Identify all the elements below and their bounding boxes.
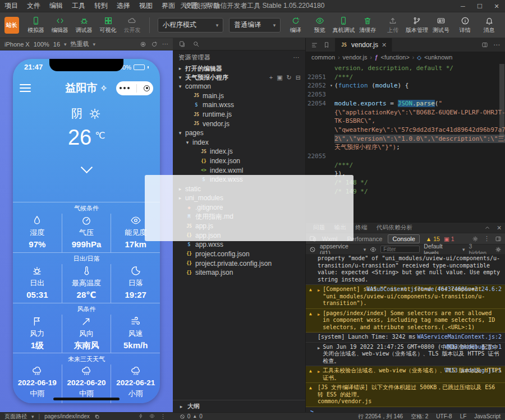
console-message-log[interactable]: ▶Sun Jun 19 2022 21:47:25 GMT+0800 (中国标准… — [306, 343, 505, 367]
home-indicator[interactable] — [53, 398, 120, 400]
tree-item[interactable]: JSruntime.js — [173, 110, 305, 119]
code-line[interactable]: 22054module.exports = JSON.parse(" — [306, 99, 505, 108]
maximize-button[interactable]: ☐ — [471, 0, 488, 12]
console-message-log[interactable]: property "mode" of "uni_modules/uview-ui… — [306, 254, 505, 285]
tree-item[interactable]: {}project.private.config.json — [173, 259, 305, 268]
tree-item[interactable]: Sapp.wxss — [173, 240, 305, 250]
warning-count-badge[interactable]: ▲15 — [426, 236, 440, 242]
menu-item[interactable]: 视图 — [135, 1, 157, 11]
expand-caret-icon[interactable]: ▶ — [318, 286, 320, 307]
rotate-icon[interactable] — [151, 41, 158, 48]
tab-console[interactable]: Console — [388, 234, 419, 243]
error-count-badge[interactable]: ▣1 — [444, 236, 454, 242]
tree-item[interactable]: JSvendor.js — [173, 119, 305, 128]
language-mode[interactable]: JavaScript — [474, 413, 501, 419]
chevron-up-icon[interactable] — [484, 225, 490, 231]
debugger-panel-button[interactable]: 调试器 — [72, 16, 95, 34]
messages-button[interactable]: 消息 — [478, 16, 501, 34]
menu-icon[interactable] — [20, 84, 31, 92]
source-link[interactable]: WAServiceMainContext.js:2 — [417, 334, 502, 341]
encoding[interactable]: UTF-8 — [436, 413, 452, 419]
account-avatar[interactable]: 站长 — [4, 17, 19, 34]
bookmark-icon[interactable] — [323, 41, 330, 48]
tab-vendor-js[interactable]: JS vendor.js ✕ — [335, 38, 392, 52]
page-path-label[interactable]: 页面路径 — [4, 413, 27, 420]
code-line[interactable]: TK-BSBRC\", — [306, 117, 505, 126]
device-select[interactable]: iPhone X — [4, 41, 30, 48]
tree-item[interactable]: {}sitemap.json — [173, 268, 305, 278]
breadcrumb-item[interactable]: common — [311, 54, 335, 61]
code-line[interactable]: 天气预报小程序\"}"); — [306, 143, 505, 152]
gear-icon[interactable] — [495, 246, 502, 253]
tree-item[interactable]: JSmain.js — [173, 91, 305, 101]
source-link[interactable]: VM13 asdebug.js:1 — [444, 367, 502, 375]
record-icon[interactable] — [140, 41, 146, 48]
layout-icon[interactable] — [311, 41, 318, 49]
collapse-all-icon[interactable]: ⊟ — [296, 74, 301, 81]
hot-reload-toggle[interactable]: 热重载 — [71, 40, 89, 48]
more-icon[interactable] — [120, 87, 130, 89]
more-icon[interactable]: ⋯ — [162, 40, 168, 48]
tree-item[interactable]: Smain.wxss — [173, 100, 305, 110]
console-message-warn[interactable]: ▲▶工具未校验合法域名、web-view（业务域名）、TLS 版本以及 HTTP… — [306, 366, 505, 383]
eol[interactable]: LF — [460, 413, 467, 419]
new-file-icon[interactable]: + — [269, 74, 273, 81]
lightning-icon[interactable] — [138, 413, 144, 419]
menu-item[interactable]: 文件 — [22, 1, 45, 11]
menu-item[interactable]: 编辑 — [45, 1, 67, 11]
tree-item[interactable]: {}project.config.json — [173, 250, 305, 259]
source-link[interactable]: VM13 asdebug.js:1 — [444, 344, 502, 351]
code-line[interactable]: 22052▾(function (module) { — [306, 81, 505, 90]
menu-item[interactable]: 转到 — [90, 1, 112, 11]
refresh-icon[interactable]: ↻ — [287, 74, 292, 81]
code-line[interactable]: 2\",\"version\":\"1.0.0\",\"description\… — [306, 135, 505, 144]
tree-folder[interactable]: ▾index — [173, 138, 305, 147]
more-icon[interactable]: ⋯ — [493, 41, 500, 49]
breadcrumb-item[interactable]: <function> — [380, 54, 409, 61]
split-editor-icon[interactable] — [481, 41, 488, 48]
console-message-warn[interactable]: ▲▶[pages/index/index] Some selectors are… — [306, 309, 505, 333]
test-account-button[interactable]: 测试号 — [429, 16, 452, 34]
dock-icon[interactable] — [495, 236, 502, 242]
cursor-position[interactable]: 行 22054，列 146 — [358, 413, 403, 420]
capsule-menu[interactable] — [116, 81, 153, 95]
outline-header[interactable]: ▸ 大纲 — [173, 400, 305, 412]
minimize-capsule-icon[interactable] — [144, 85, 150, 91]
code-line[interactable]: \"qweatherKey\":\"57c9dd2d3fac41d89642d9… — [306, 126, 505, 135]
indentation[interactable]: 空格: 2 — [411, 413, 428, 420]
breadcrumb-item[interactable]: vendor.js — [343, 54, 368, 61]
tree-item[interactable]: JSindex.js — [173, 147, 305, 156]
zoom-select[interactable]: 100% — [34, 41, 49, 48]
files-icon[interactable] — [178, 40, 186, 48]
close-icon[interactable]: ✕ — [382, 41, 387, 49]
details-button[interactable]: 详情 — [453, 16, 476, 34]
expand-caret-icon[interactable]: ▶ — [318, 310, 320, 331]
copy-icon[interactable] — [94, 414, 100, 419]
chevron-down-icon[interactable] — [80, 161, 92, 173]
compile-button[interactable]: 编译 — [284, 16, 307, 34]
console-message-warn[interactable]: ▲[JS 文件编译错误] 以下文件体积超过 500KB，已跳过压缩以及 ES6 … — [306, 383, 505, 407]
tree-folder[interactable]: ▾common — [173, 82, 305, 91]
breadcrumb[interactable]: common › vendor.js › ƒ <function> › ◇ <u… — [306, 52, 505, 63]
menu-item[interactable]: 工具 — [67, 1, 90, 11]
mode-select[interactable]: 小程序模式 ▾ — [158, 18, 224, 33]
simulator-panel-button[interactable]: 模拟器 — [25, 16, 48, 34]
menu-item[interactable]: 选择 — [112, 1, 135, 11]
gear-icon[interactable] — [472, 236, 479, 242]
page-path-value[interactable]: pages/index/index — [44, 413, 90, 419]
tree-folder[interactable]: ▾pages — [173, 128, 305, 138]
project-root[interactable]: ▾ 天气预报小程序 + ▣ ↻ ⊟ — [173, 73, 305, 82]
menu-item[interactable]: 项目 — [0, 1, 22, 11]
close-button[interactable]: ✕ — [488, 0, 505, 12]
version-control-button[interactable]: 版本管理 — [406, 16, 429, 34]
tree-item[interactable]: {}index.json — [173, 156, 305, 166]
code-line[interactable]: 22051/***/ — [306, 73, 505, 82]
eye-icon[interactable] — [370, 246, 377, 253]
tree-item[interactable]: <>index.wxml — [173, 165, 305, 175]
minimize-button[interactable]: ─ — [454, 0, 471, 12]
real-device-debug-button[interactable]: 真机调试 — [332, 16, 355, 34]
fold-icon[interactable]: ▾ — [328, 81, 334, 90]
code-line[interactable]: version, description, default */ — [306, 64, 505, 73]
preview-button[interactable]: 预览 — [308, 16, 331, 34]
console-panel[interactable]: property "mode" of "uni_modules/uview-ui… — [306, 254, 505, 412]
